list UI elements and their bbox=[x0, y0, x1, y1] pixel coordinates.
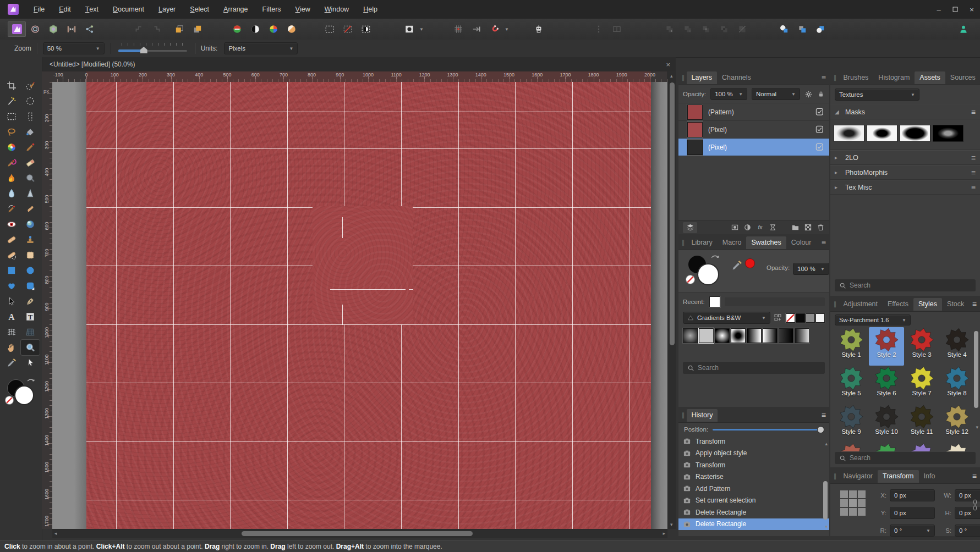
layer-thumbnail[interactable] bbox=[687, 104, 703, 120]
history-item[interactable]: Transform bbox=[678, 435, 829, 448]
asset-section-photomorphis[interactable]: ▸PhotoMorphis≡ bbox=[830, 165, 980, 180]
erase-brush-tool[interactable] bbox=[21, 155, 40, 170]
layer-opacity-select[interactable]: 100 %▼ bbox=[710, 88, 747, 100]
tone-mapping-persona-button[interactable] bbox=[62, 21, 80, 37]
clone-stamp-tool[interactable] bbox=[21, 232, 40, 247]
blur-brush-tool[interactable] bbox=[2, 186, 21, 201]
invert-selection-button[interactable] bbox=[357, 21, 375, 37]
panel-menu-icon[interactable]: ≡ bbox=[822, 75, 826, 80]
frame-text-tool[interactable]: T bbox=[21, 309, 40, 324]
move-to-back-button[interactable] bbox=[170, 21, 188, 37]
fill-stroke-swatch[interactable] bbox=[7, 379, 35, 407]
menu-layer[interactable]: Layer bbox=[151, 0, 183, 19]
tab-brushes[interactable]: Brushes bbox=[839, 71, 874, 84]
scroll-down-icon[interactable]: ▾ bbox=[825, 524, 828, 529]
no-colour-chip[interactable] bbox=[6, 396, 13, 404]
tab-library[interactable]: Library bbox=[687, 236, 718, 249]
colour-wells[interactable] bbox=[688, 256, 719, 286]
blend-mode-select[interactable]: Normal▼ bbox=[752, 88, 800, 100]
layer-thumbnail[interactable] bbox=[687, 122, 703, 137]
tab-close-icon[interactable]: × bbox=[666, 60, 670, 69]
swap-colours-icon[interactable] bbox=[26, 378, 35, 388]
artistic-text-tool[interactable]: A bbox=[2, 309, 21, 324]
assets-category-select[interactable]: Textures▼ bbox=[835, 89, 919, 101]
mask-layer-button[interactable] bbox=[400, 21, 418, 37]
menu-file[interactable]: File bbox=[26, 0, 52, 19]
linear-bw-swatch[interactable] bbox=[795, 328, 809, 343]
rectangular-marquee-tool[interactable] bbox=[2, 109, 21, 124]
history-item[interactable]: Delete Rectangle bbox=[678, 518, 829, 531]
maximize-icon[interactable] bbox=[947, 0, 963, 19]
asset-section-tex-misc[interactable]: ▸Tex Misc≡ bbox=[830, 180, 980, 195]
assets-search-field[interactable]: Search bbox=[835, 279, 976, 291]
liquify-persona-button[interactable] bbox=[26, 21, 44, 37]
flat-gray-swatch[interactable] bbox=[699, 328, 714, 343]
palette-select[interactable]: Gradients B&W▼ bbox=[683, 312, 770, 324]
rectangle-shape-tool[interactable] bbox=[2, 263, 21, 278]
tab-info[interactable]: Info bbox=[919, 470, 940, 483]
node-select-tool[interactable] bbox=[21, 355, 40, 371]
expand-icon[interactable]: ▸ bbox=[835, 154, 840, 161]
radial-black-center-swatch[interactable] bbox=[731, 328, 746, 343]
ellipse-shape-tool[interactable] bbox=[21, 263, 40, 278]
section-menu-icon[interactable]: ≡ bbox=[971, 109, 976, 115]
style-swatch[interactable]: Style 2 bbox=[869, 327, 904, 366]
deselect-button[interactable] bbox=[338, 21, 357, 37]
radial-soft-swatch[interactable] bbox=[683, 328, 698, 343]
zoom-slider-knob[interactable] bbox=[140, 47, 147, 53]
zoom-value-select[interactable]: 50 %▼ bbox=[43, 42, 105, 54]
panel-grip[interactable]: ∥ bbox=[682, 239, 685, 246]
history-slider-knob[interactable] bbox=[818, 427, 824, 433]
link-dimensions-icon[interactable] bbox=[972, 498, 978, 512]
panel-grip[interactable]: ∥ bbox=[834, 301, 837, 308]
snapping-button[interactable] bbox=[485, 21, 503, 37]
zoom-slider[interactable] bbox=[118, 43, 187, 54]
menu-document[interactable]: Document bbox=[106, 0, 151, 19]
live-filter-icon[interactable] bbox=[769, 223, 777, 231]
column-marquee-tool[interactable] bbox=[21, 109, 40, 124]
rounded-rectangle-shape-tool[interactable] bbox=[21, 278, 40, 294]
asset-section-masks[interactable]: ◢Masks≡ bbox=[830, 104, 980, 119]
style-swatch[interactable]: Style 3 bbox=[904, 327, 939, 366]
colour-picker-tool[interactable] bbox=[2, 355, 21, 371]
transform-field-y[interactable]: 0 px bbox=[890, 507, 935, 519]
photo-persona-button[interactable] bbox=[8, 21, 26, 37]
scroll-down-icon[interactable]: ▾ bbox=[670, 522, 673, 527]
undo-brush-tool[interactable] bbox=[2, 201, 21, 217]
style-swatch[interactable] bbox=[869, 443, 904, 451]
panel-menu-icon[interactable]: ≡ bbox=[822, 412, 826, 418]
panel-grip[interactable]: ∥ bbox=[682, 74, 685, 81]
panel-grip[interactable]: ∥ bbox=[834, 74, 837, 81]
scroll-right-icon[interactable]: ▸ bbox=[663, 531, 665, 536]
transform-field-x[interactable]: 0 px bbox=[890, 489, 935, 501]
menu-edit[interactable]: Edit bbox=[52, 0, 78, 19]
blemish-removal-tool[interactable] bbox=[21, 247, 40, 263]
style-swatch[interactable]: Style 1 bbox=[834, 327, 869, 366]
scroll-left-icon[interactable]: ◂ bbox=[54, 531, 57, 536]
swatches-search-field[interactable]: Search bbox=[683, 362, 825, 374]
show-grid-button[interactable] bbox=[449, 21, 467, 37]
burn-brush-tool[interactable] bbox=[2, 170, 21, 186]
style-swatch[interactable]: Style 10 bbox=[869, 404, 904, 443]
layer-row[interactable]: (Pixel) bbox=[678, 121, 829, 139]
auto-white-balance-button[interactable] bbox=[282, 21, 300, 37]
paint-brush-tool[interactable] bbox=[21, 140, 40, 155]
lasso-tool[interactable] bbox=[2, 124, 21, 140]
menu-arrange[interactable]: Arrange bbox=[216, 0, 255, 19]
inverted-mask-thumbnail[interactable] bbox=[933, 125, 963, 142]
document-tab-title[interactable]: <Untitled> [Modified] (50.0%) bbox=[50, 60, 135, 68]
layer-thumbnail[interactable] bbox=[687, 140, 703, 155]
tab-transform[interactable]: Transform bbox=[878, 470, 919, 483]
style-swatch[interactable] bbox=[939, 443, 974, 451]
adjustment-icon[interactable] bbox=[743, 223, 752, 231]
style-swatch[interactable]: Style 8 bbox=[939, 366, 974, 404]
develop-persona-button[interactable] bbox=[44, 21, 62, 37]
healing-brush-tool[interactable] bbox=[2, 232, 21, 247]
unavailable-step-b-button[interactable] bbox=[147, 21, 166, 37]
tab-adjustment[interactable]: Adjustment bbox=[839, 298, 883, 311]
heart-shape-tool[interactable] bbox=[2, 278, 21, 294]
panel-menu-icon[interactable]: ≡ bbox=[822, 240, 826, 245]
assistant-button[interactable] bbox=[529, 21, 548, 37]
layer-visibility-checkbox[interactable] bbox=[815, 125, 824, 134]
dropdown-arrow-icon[interactable]: ▼ bbox=[418, 27, 425, 32]
